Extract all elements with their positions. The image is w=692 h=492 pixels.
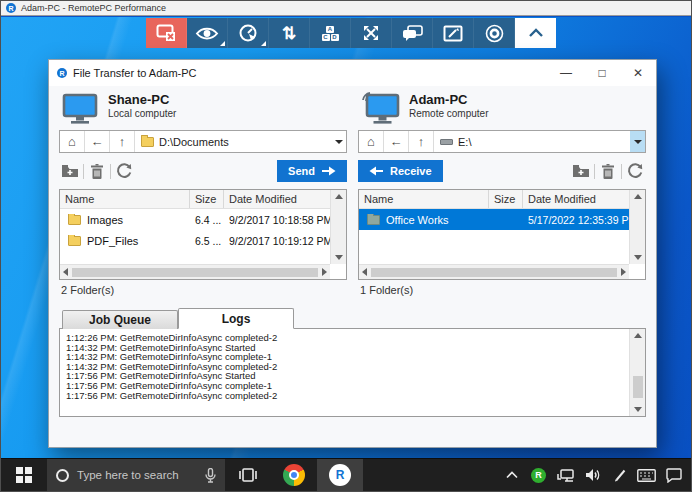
local-panel: Shane-PC Local computer ⌂ ← ↑ D:\Documen… bbox=[59, 89, 347, 297]
up-button[interactable]: ↑ bbox=[409, 131, 434, 152]
collapse-toolbar-button[interactable] bbox=[515, 18, 556, 48]
whiteboard-button[interactable] bbox=[433, 18, 474, 48]
local-path-bar: ⌂ ← ↑ D:\Documents bbox=[59, 130, 347, 153]
record-button[interactable] bbox=[474, 18, 515, 48]
home-button[interactable]: ⌂ bbox=[60, 131, 85, 152]
disconnect-icon bbox=[156, 24, 176, 42]
remote-panel: Adam-PC Remote computer ⌂ ← ↑ E:\ bbox=[358, 89, 646, 297]
disconnect-button[interactable] bbox=[146, 18, 187, 48]
chevron-up-icon bbox=[506, 471, 518, 479]
file-row-selected[interactable]: Office Works 5/17/2022 12:35:39 PM bbox=[359, 209, 629, 230]
column-header-date[interactable]: Date Modified bbox=[523, 190, 629, 208]
expand-icon bbox=[362, 24, 380, 42]
sync-button[interactable]: ⇅ bbox=[269, 18, 310, 48]
new-folder-button[interactable] bbox=[570, 161, 592, 181]
fullscreen-button[interactable] bbox=[351, 18, 392, 48]
scrollbar-thumb[interactable] bbox=[72, 268, 318, 277]
performance-button[interactable] bbox=[228, 18, 269, 48]
vertical-scrollbar[interactable] bbox=[330, 190, 346, 264]
new-folder-button[interactable] bbox=[59, 161, 81, 181]
refresh-button[interactable] bbox=[113, 161, 135, 181]
remote-path-bar: ⌂ ← ↑ E:\ bbox=[358, 130, 646, 153]
column-header-size[interactable]: Size bbox=[489, 190, 523, 208]
scrollbar-thumb[interactable] bbox=[371, 268, 617, 277]
start-button[interactable] bbox=[1, 459, 47, 491]
record-icon bbox=[485, 24, 504, 43]
tray-remotepc-button[interactable]: R bbox=[525, 459, 552, 491]
chevron-down-icon bbox=[335, 140, 343, 144]
chrome-icon bbox=[283, 464, 305, 486]
volume-button[interactable] bbox=[579, 459, 606, 491]
column-header-date[interactable]: Date Modified bbox=[224, 190, 330, 208]
chrome-taskbar-button[interactable] bbox=[271, 459, 317, 491]
gauge-icon bbox=[238, 23, 258, 43]
microphone-icon[interactable] bbox=[205, 468, 216, 483]
task-view-icon bbox=[238, 467, 258, 483]
back-button[interactable]: ← bbox=[384, 131, 409, 152]
close-button[interactable]: ✕ bbox=[620, 60, 656, 86]
horizontal-scrollbar[interactable] bbox=[359, 264, 629, 279]
send-button[interactable]: Send bbox=[277, 160, 347, 182]
up-button[interactable]: ↑ bbox=[110, 131, 135, 152]
taskbar-search[interactable]: Type here to search bbox=[47, 459, 225, 491]
tab-job-queue[interactable]: Job Queue bbox=[62, 310, 178, 329]
abcd-blocks-button[interactable]: A CD bbox=[310, 18, 351, 48]
chat-button[interactable] bbox=[392, 18, 433, 48]
whiteboard-icon bbox=[443, 25, 463, 42]
back-button[interactable]: ← bbox=[85, 131, 110, 152]
dialog-title: File Transfer to Adam-PC bbox=[73, 67, 197, 79]
dialog-titlebar[interactable]: R File Transfer to Adam-PC — □ ✕ bbox=[49, 60, 656, 86]
remotepc-taskbar-button[interactable]: R bbox=[317, 459, 363, 491]
file-row[interactable]: PDF_Files 6.5 ... 9/2/2017 10:19:12 PM bbox=[60, 230, 330, 251]
remote-list-header: Name Size Date Modified bbox=[359, 190, 629, 209]
pen-icon bbox=[613, 468, 627, 482]
network-button[interactable] bbox=[552, 459, 579, 491]
view-options-button[interactable] bbox=[187, 18, 228, 48]
network-icon bbox=[557, 468, 575, 483]
receive-arrow-icon bbox=[369, 166, 383, 176]
delete-button[interactable] bbox=[597, 161, 619, 181]
local-path-field[interactable]: D:\Documents bbox=[135, 131, 331, 152]
send-label: Send bbox=[288, 165, 315, 177]
remotepc-logo-icon: R bbox=[6, 3, 16, 13]
scroll-up-icon bbox=[634, 333, 642, 338]
remote-path-field[interactable]: E:\ bbox=[434, 131, 630, 152]
tab-logs[interactable]: Logs bbox=[178, 308, 294, 329]
touch-keyboard-button[interactable] bbox=[633, 459, 660, 491]
logs-vertical-scrollbar[interactable] bbox=[629, 329, 645, 416]
action-center-button[interactable] bbox=[660, 459, 687, 491]
receive-button[interactable]: Receive bbox=[358, 160, 443, 182]
windows-logo-icon bbox=[16, 467, 32, 483]
remote-computer-name: Adam-PC bbox=[409, 92, 488, 107]
keyboard-icon bbox=[637, 469, 656, 482]
taskbar: Type here to search R R bbox=[1, 458, 691, 491]
delete-button[interactable] bbox=[86, 161, 108, 181]
minimize-button[interactable]: — bbox=[548, 60, 584, 86]
maximize-button[interactable]: □ bbox=[584, 60, 620, 86]
column-header-name[interactable]: Name bbox=[359, 190, 489, 208]
search-placeholder: Type here to search bbox=[77, 469, 179, 481]
home-button[interactable]: ⌂ bbox=[359, 131, 384, 152]
abcd-blocks-icon: A CD bbox=[322, 26, 339, 41]
refresh-icon bbox=[627, 163, 643, 179]
task-view-button[interactable] bbox=[225, 459, 271, 491]
scroll-down-icon bbox=[634, 407, 642, 412]
vertical-scrollbar[interactable] bbox=[629, 190, 645, 264]
session-toolbar: ⇅ A CD bbox=[146, 18, 556, 48]
local-computer-name: Shane-PC bbox=[108, 92, 176, 107]
eye-icon bbox=[195, 26, 219, 41]
scrollbar-thumb[interactable] bbox=[633, 376, 643, 398]
scroll-left-icon bbox=[63, 268, 68, 276]
horizontal-scrollbar[interactable] bbox=[60, 264, 330, 279]
local-actions: Send bbox=[59, 159, 347, 183]
file-row[interactable]: Images 6.4 ... 9/2/2017 10:18:58 PM bbox=[60, 209, 330, 230]
refresh-button[interactable] bbox=[624, 161, 646, 181]
local-path-dropdown[interactable] bbox=[331, 131, 346, 152]
pen-button[interactable] bbox=[606, 459, 633, 491]
tray-expand-button[interactable] bbox=[498, 459, 525, 491]
remote-path-dropdown[interactable] bbox=[630, 131, 645, 152]
column-header-name[interactable]: Name bbox=[60, 190, 190, 208]
bottom-tabs: Job Queue Logs bbox=[62, 308, 646, 329]
remote-actions: Receive bbox=[358, 159, 646, 183]
column-header-size[interactable]: Size bbox=[190, 190, 224, 208]
